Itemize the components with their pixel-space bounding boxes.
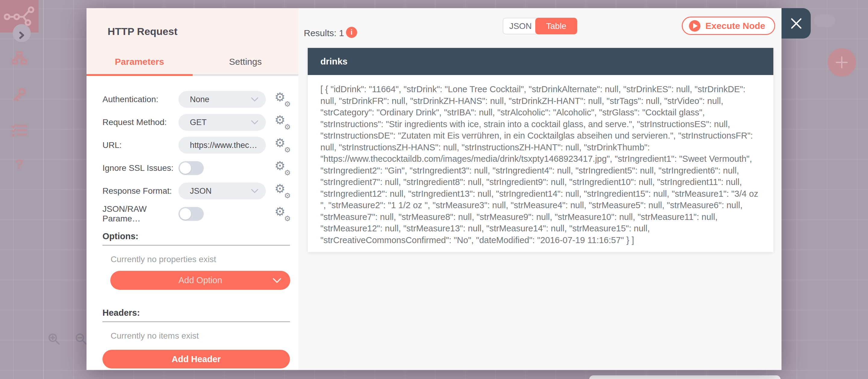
play-icon [689, 20, 701, 32]
parameter-row: Ignore SSL Issues: ⚙⚙ [102, 157, 291, 180]
add-node-button[interactable] [828, 48, 856, 76]
view-json-button[interactable]: JSON [503, 18, 538, 34]
results-panel: Results: 1 i JSON Table Execute Node dri… [299, 8, 781, 370]
sidebar: ? [0, 0, 44, 379]
add-header-button[interactable]: Add Header [102, 350, 290, 369]
tab-settings[interactable]: Settings [193, 57, 299, 74]
node-settings-panel: HTTP Request Parameters Settings Authent… [87, 8, 299, 370]
headers-heading: Headers: [102, 308, 291, 318]
chevron-right-icon [19, 31, 25, 39]
options-section: Options: Currently no properties exist A… [102, 231, 291, 290]
sidebar-item-credentials[interactable] [0, 87, 38, 102]
chevron-down-icon [251, 120, 258, 125]
response-format-select[interactable]: JSON [179, 183, 266, 199]
gear-icon: ⚙ [284, 169, 291, 177]
field-label: Request Method: [102, 118, 179, 127]
field-label: Response Format: [102, 186, 179, 196]
select-value: JSON [190, 187, 251, 196]
close-button[interactable] [781, 8, 811, 38]
checklist-icon [11, 124, 27, 137]
execute-node-button[interactable]: Execute Node [682, 17, 775, 35]
parameters-form: Authentication: None ⚙⚙ Request Method: … [87, 76, 299, 369]
parameter-row: Authentication: None ⚙⚙ [102, 88, 291, 111]
parameter-options-icon[interactable]: ⚙⚙ [275, 92, 291, 107]
ignore-ssl-toggle[interactable] [179, 161, 204, 175]
field-label: JSON/RAW Parame… [102, 204, 179, 224]
sidebar-item-executions[interactable] [0, 124, 38, 137]
gear-icon: ⚙ [275, 183, 285, 195]
chevron-down-icon [251, 97, 258, 102]
parameter-row: URL: https://www.thec… ⚙⚙ [102, 134, 291, 157]
view-table-button[interactable]: Table [535, 18, 577, 34]
results-count: Results: 1 [304, 28, 344, 38]
results-table-cell[interactable]: [ { "idDrink": "11664", "strDrink": "Lon… [308, 75, 773, 252]
zoom-out-button[interactable] [75, 333, 88, 347]
n8n-logo-icon [4, 6, 35, 27]
add-option-label: Add Option [179, 275, 222, 285]
options-heading: Options: [102, 231, 291, 241]
results-json-value: [ { "idDrink": "11664", "strDrink": "Lon… [320, 84, 761, 246]
help-icon: ? [15, 156, 24, 172]
chevron-down-icon [251, 189, 258, 193]
sidebar-item-help[interactable]: ? [0, 156, 38, 172]
gear-icon: ⚙ [275, 206, 285, 218]
parameter-options-icon[interactable]: ⚙⚙ [275, 160, 291, 176]
parameter-row: JSON/RAW Parame… ⚙⚙ [102, 202, 291, 225]
sidebar-item-workflows[interactable] [0, 51, 38, 64]
parameter-options-icon[interactable]: ⚙⚙ [275, 206, 291, 222]
toggle-knob [180, 162, 191, 174]
parameter-options-icon[interactable]: ⚙⚙ [275, 137, 291, 153]
plus-icon [835, 55, 849, 70]
parameter-options-icon[interactable]: ⚙⚙ [275, 183, 291, 199]
add-header-label: Add Header [172, 354, 221, 364]
section-divider [102, 321, 290, 322]
field-label: URL: [102, 140, 179, 150]
gear-icon: ⚙ [284, 192, 291, 199]
sidebar-expand-button[interactable] [13, 24, 31, 42]
gear-icon: ⚙ [275, 91, 285, 103]
info-icon[interactable]: i [346, 27, 357, 38]
field-label: Ignore SSL Issues: [102, 163, 179, 173]
add-option-button[interactable]: Add Option [110, 271, 290, 290]
select-value: None [190, 95, 251, 104]
headers-empty-note: Currently no items exist [111, 331, 291, 341]
gear-icon: ⚙ [284, 100, 291, 108]
parameter-options-icon[interactable]: ⚙⚙ [275, 115, 291, 130]
gear-icon: ⚙ [284, 123, 291, 131]
chevron-down-icon [273, 278, 281, 283]
node-title: HTTP Request [107, 26, 178, 37]
workflow-icon [12, 51, 27, 64]
results-table: drinks [ { "idDrink": "11664", "strDrink… [308, 48, 773, 252]
zoom-in-button[interactable] [48, 333, 61, 347]
headers-section: Headers: Currently no items exist Add He… [102, 308, 291, 369]
results-table-header-row: drinks [308, 48, 773, 75]
workflow-active-toggle[interactable] [814, 14, 835, 27]
input-value: https://www.thec… [190, 141, 258, 150]
request-method-select[interactable]: GET [179, 114, 266, 131]
parameter-row: Response Format: JSON ⚙⚙ [102, 180, 291, 202]
toggle-knob [180, 208, 191, 220]
key-icon [12, 87, 27, 102]
gear-icon: ⚙ [275, 114, 285, 126]
results-view-toggle: JSON Table [503, 18, 577, 34]
results-column-header: drinks [320, 56, 347, 67]
node-editor-modal: HTTP Request Parameters Settings Authent… [87, 8, 781, 370]
zoom-out-icon [75, 333, 88, 346]
field-label: Authentication: [102, 95, 179, 104]
execute-node-label: Execute Node [706, 21, 765, 31]
tab-parameters[interactable]: Parameters [87, 57, 193, 74]
gear-icon: ⚙ [284, 215, 291, 222]
url-input[interactable]: https://www.thec… [179, 137, 266, 154]
close-icon [790, 18, 802, 29]
info-glyph: i [350, 28, 352, 36]
gear-icon: ⚙ [275, 160, 285, 172]
json-raw-parameters-toggle[interactable] [179, 207, 204, 221]
authentication-select[interactable]: None [179, 91, 266, 108]
canvas-bottom-button[interactable] [589, 375, 781, 379]
tab-bar: Parameters Settings [87, 57, 299, 74]
gear-icon: ⚙ [284, 146, 291, 154]
section-divider [102, 245, 290, 246]
parameter-row: Request Method: GET ⚙⚙ [102, 111, 291, 134]
node-header: HTTP Request Parameters Settings [87, 8, 299, 74]
options-empty-note: Currently no properties exist [111, 255, 291, 264]
